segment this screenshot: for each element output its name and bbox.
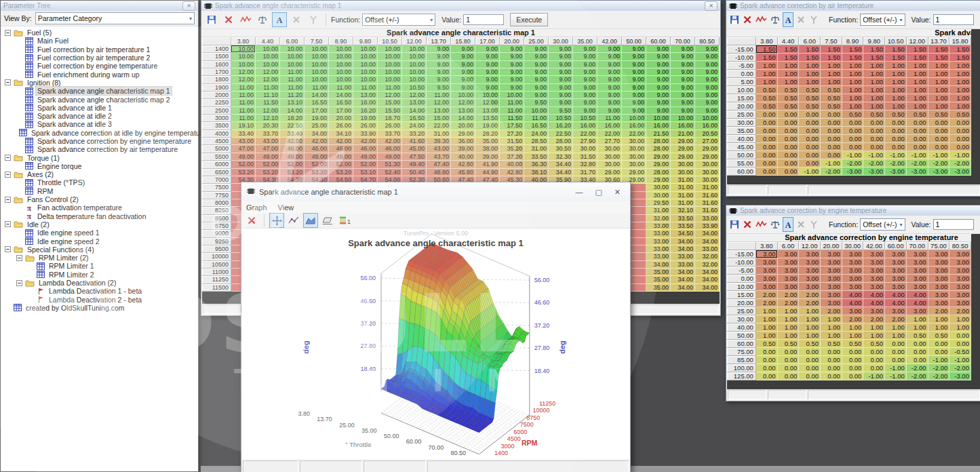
table-cell[interactable]: 11.00: [597, 115, 622, 122]
table-cell[interactable]: 0.00: [907, 340, 928, 348]
row-header[interactable]: 50.00: [727, 151, 756, 159]
table-cell[interactable]: 9.00: [573, 45, 597, 53]
table-cell[interactable]: 14.00: [402, 107, 427, 115]
column-header[interactable]: 8.90: [329, 37, 353, 45]
column-header[interactable]: 9.80: [863, 37, 885, 45]
column-header[interactable]: 9.80: [353, 37, 378, 45]
table-cell[interactable]: 14.00: [305, 92, 329, 99]
table-cell[interactable]: 0.00: [778, 168, 800, 176]
table-cell[interactable]: 3.00: [842, 275, 864, 283]
table-cell[interactable]: 0.50: [778, 340, 800, 348]
tree-item[interactable]: Torque (1): [1, 153, 198, 161]
table-cell[interactable]: 3.00: [928, 258, 950, 267]
table-cell[interactable]: 1.50: [863, 45, 885, 54]
table-cell[interactable]: 1.50: [778, 54, 800, 62]
table-cell[interactable]: 10.00: [353, 53, 378, 60]
row-header[interactable]: 60.00: [727, 168, 756, 176]
table-cell[interactable]: 3.00: [756, 250, 778, 258]
table-cell[interactable]: 25.00: [305, 122, 329, 130]
table-cell[interactable]: 53.20: [329, 169, 353, 176]
table-cell[interactable]: 0.00: [756, 119, 778, 127]
table-cell[interactable]: 11.00: [500, 99, 524, 106]
row-header[interactable]: 125.00: [727, 372, 756, 380]
table-cell[interactable]: 0.00: [778, 364, 800, 372]
table-cell[interactable]: 9.00: [500, 53, 524, 60]
table-cell[interactable]: 9.00: [427, 76, 451, 83]
table-cell[interactable]: 10.00: [451, 92, 475, 99]
table-cell[interactable]: -2.00: [863, 159, 885, 168]
table-cell[interactable]: 0.00: [949, 119, 971, 127]
table-cell[interactable]: 20.30: [256, 122, 280, 130]
table-cell[interactable]: -1.00: [907, 151, 928, 159]
table-cell[interactable]: 1.00: [756, 323, 778, 332]
table-cell[interactable]: 10.00: [305, 61, 329, 68]
row-header[interactable]: 1500: [202, 53, 231, 60]
table-cell[interactable]: 16.00: [597, 122, 622, 130]
table-cell[interactable]: 10.00: [353, 68, 378, 76]
row-header[interactable]: 25.00: [727, 307, 756, 315]
table-cell[interactable]: 46.00: [305, 145, 329, 153]
table-cell[interactable]: 1.00: [756, 332, 778, 340]
tree-item[interactable]: Spark advance correction at idle by engi…: [1, 129, 198, 137]
table-cell[interactable]: 34.50: [671, 230, 695, 237]
table-cell[interactable]: 3.00: [821, 283, 842, 291]
trace-icon[interactable]: [755, 12, 768, 27]
table-cell[interactable]: 29.00: [622, 169, 646, 176]
table-cell[interactable]: 26.00: [353, 122, 378, 130]
table-cell[interactable]: 29.50: [646, 199, 671, 207]
table-cell[interactable]: 52.00: [305, 161, 329, 168]
row-header[interactable]: 8250: [202, 207, 231, 214]
table-cell[interactable]: 30.00: [597, 161, 622, 168]
table-cell[interactable]: 33.00: [671, 253, 695, 260]
table-cell[interactable]: 0.00: [907, 143, 928, 151]
table-cell[interactable]: 49.00: [378, 153, 402, 161]
table-cell[interactable]: 29.00: [695, 145, 720, 153]
table-cell[interactable]: 33.50: [524, 153, 549, 161]
table-cell[interactable]: 31.50: [500, 138, 524, 145]
graph-window-titlebar[interactable]: Spark advance angle characteristic map 1…: [241, 182, 630, 201]
row-header[interactable]: 35.00: [727, 127, 756, 135]
table-cell[interactable]: 9.00: [671, 68, 695, 76]
table-cell[interactable]: 9.00: [451, 68, 475, 76]
maximize-icon[interactable]: ▢: [595, 188, 602, 197]
table-cell[interactable]: 1.00: [799, 307, 821, 315]
table-cell[interactable]: 1.00: [799, 78, 821, 86]
table-cell[interactable]: 40.00: [500, 161, 524, 168]
table-cell[interactable]: 0.50: [842, 111, 864, 119]
table-cell[interactable]: 34.40: [549, 169, 573, 176]
row-header[interactable]: 6000: [202, 161, 231, 168]
table-cell[interactable]: 2.00: [928, 307, 950, 315]
table-cell[interactable]: 16.50: [305, 99, 329, 106]
row-header[interactable]: 5.00: [727, 78, 756, 86]
table-cell[interactable]: 9.00: [475, 53, 500, 60]
table-cell[interactable]: 11.10: [256, 92, 280, 99]
table-cell[interactable]: 10.00: [671, 115, 695, 122]
table-cell[interactable]: 28.00: [646, 169, 671, 176]
tree-item[interactable]: Spark advance at idle 2: [1, 112, 198, 120]
table-cell[interactable]: 0.50: [821, 86, 842, 94]
table-cell[interactable]: 9.00: [671, 45, 695, 53]
table-cell[interactable]: 3.00: [799, 250, 821, 258]
table-cell[interactable]: 42.00: [280, 138, 305, 145]
table-cell[interactable]: 31.60: [695, 207, 720, 214]
table-cell[interactable]: 9.00: [646, 45, 671, 53]
table-cell[interactable]: 46.00: [329, 145, 353, 153]
table-cell[interactable]: 1.00: [863, 70, 885, 78]
table-cell[interactable]: 11.00: [353, 84, 378, 92]
table-cell[interactable]: 9.00: [646, 76, 671, 83]
table-cell[interactable]: 34.00: [305, 130, 329, 138]
table-cell[interactable]: 1.00: [842, 94, 864, 102]
table-cell[interactable]: 3.00: [799, 275, 821, 283]
table-cell[interactable]: 0.50: [842, 340, 864, 348]
tree-item[interactable]: RPM Limiter 2: [1, 271, 198, 279]
table-cell[interactable]: 32.00: [695, 253, 720, 260]
table-cell[interactable]: -1.00: [821, 159, 842, 168]
table-cell[interactable]: 0.00: [949, 143, 971, 151]
tree-item[interactable]: Spark advance correction by engine tempe…: [1, 137, 198, 145]
row-header[interactable]: 9250: [202, 238, 231, 245]
save-icon[interactable]: [729, 12, 740, 27]
row-header[interactable]: 30.00: [727, 315, 756, 323]
table-cell[interactable]: 20.00: [329, 115, 353, 122]
table-cell[interactable]: 11.00: [280, 68, 305, 76]
slope-button[interactable]: [320, 213, 335, 228]
